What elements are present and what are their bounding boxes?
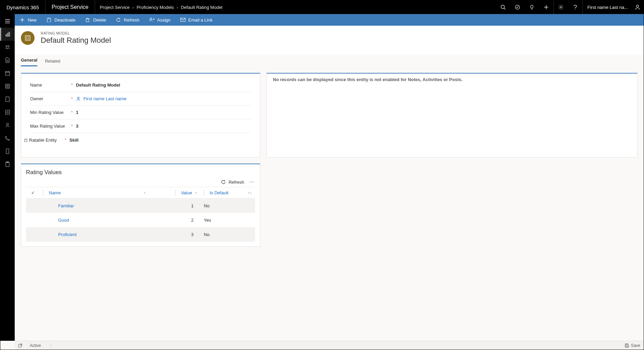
sort-asc-icon: ↑ (194, 191, 197, 195)
svg-point-6 (560, 7, 561, 8)
cmd-new[interactable]: New (15, 17, 41, 23)
cmd-assign[interactable]: Assign (144, 17, 175, 23)
lock-icon (24, 138, 28, 142)
breadcrumb-item-2[interactable]: Default Rating Model (181, 5, 222, 10)
svg-rect-17 (181, 18, 185, 22)
required-indicator: * (71, 110, 76, 115)
svg-point-16 (150, 18, 152, 20)
task-icon[interactable] (510, 0, 525, 14)
rail-item-list[interactable] (0, 80, 15, 93)
tab-general[interactable]: General (21, 57, 37, 66)
help-icon[interactable] (568, 0, 582, 14)
more-commands-icon[interactable]: ⋯ (248, 179, 256, 185)
svg-point-38 (7, 112, 9, 113)
person-icon[interactable] (631, 0, 644, 14)
plus-icon[interactable] (539, 0, 553, 14)
rail-item-settings[interactable] (0, 106, 15, 119)
svg-point-7 (575, 9, 575, 10)
required-indicator: * (71, 96, 76, 101)
cmd-label: Refresh (124, 17, 140, 23)
svg-rect-44 (27, 37, 29, 39)
breadcrumb-item-0[interactable]: Project Service (100, 5, 130, 10)
left-rail (0, 14, 15, 341)
gear-icon[interactable] (554, 0, 568, 14)
product-label[interactable]: Project Service (45, 0, 95, 14)
record-status: Active (30, 343, 41, 348)
rail-item-clipboard[interactable] (0, 158, 15, 171)
cell-name[interactable]: Good (40, 218, 149, 223)
col-label: Is Default (210, 190, 228, 195)
label-ratable-entity: Ratable Entity (29, 138, 65, 143)
subgrid-refresh-button[interactable]: Refresh (221, 180, 244, 185)
svg-rect-43 (25, 36, 30, 40)
search-icon[interactable] (496, 0, 510, 14)
menu-icon[interactable] (0, 15, 15, 28)
general-form-card: Name * Default Rating Model Owner * Firs… (21, 73, 260, 157)
popout-icon[interactable] (18, 343, 22, 348)
cell-isdefault: Yes (200, 218, 255, 223)
svg-line-1 (504, 8, 505, 10)
save-button[interactable]: Save (625, 343, 640, 348)
field-ratable-entity[interactable]: Skill (69, 138, 251, 143)
cell-name[interactable]: Familiar (40, 203, 149, 208)
label-name: Name (30, 82, 71, 88)
person-icon (76, 96, 81, 101)
entity-type-label: RATING MODEL (41, 31, 111, 35)
lightbulb-icon[interactable] (525, 0, 539, 14)
cell-value: 2 (149, 218, 200, 223)
brand[interactable]: Dynamics 365 (0, 0, 45, 14)
refresh-icon (221, 180, 226, 184)
rating-values-card: Rating Values Refresh ⋯ ✓ (21, 164, 260, 247)
plus-icon (19, 17, 25, 23)
required-indicator: * (65, 138, 69, 142)
svg-point-8 (636, 5, 639, 7)
cmd-refresh[interactable]: Refresh (111, 17, 144, 23)
checkmark-icon[interactable]: ✓ (26, 190, 40, 195)
label-owner: Owner (30, 96, 71, 101)
field-max-rating[interactable]: 3 (76, 124, 251, 129)
rail-item-panel[interactable] (0, 145, 15, 158)
required-indicator: * (71, 124, 76, 129)
chevron-right-icon: › (132, 5, 134, 10)
label-min-rating: Min Rating Value (30, 110, 71, 115)
save-label: Save (631, 343, 640, 348)
col-header-isdefault[interactable]: Is Default ↑↓ (200, 190, 255, 196)
svg-rect-50 (626, 346, 628, 347)
table-row[interactable]: Proficient3No (26, 227, 255, 242)
breadcrumb-item-1[interactable]: Proficiency Models (136, 5, 174, 10)
label-max-rating: Max Rating Value (30, 124, 71, 129)
rail-item-calendar[interactable] (0, 67, 15, 80)
svg-rect-28 (5, 72, 10, 75)
table-row[interactable]: Good2Yes (26, 213, 255, 227)
user-name[interactable]: First name Last na... (583, 0, 632, 14)
svg-point-25 (8, 46, 9, 47)
rail-item-resources[interactable] (0, 41, 15, 54)
tab-related[interactable]: Related (45, 59, 60, 66)
cmd-deactivate[interactable]: Deactivate (41, 17, 80, 23)
table-row[interactable]: Familiar1No (26, 198, 255, 213)
svg-rect-23 (9, 32, 10, 36)
rail-item-person[interactable] (0, 119, 15, 132)
col-header-name[interactable]: Name ↑ (40, 190, 149, 196)
rail-item-phone[interactable] (0, 132, 15, 145)
cell-name[interactable]: Proficient (40, 232, 149, 237)
breadcrumb: Project Service › Proficiency Models › D… (95, 0, 223, 14)
entity-badge-icon (21, 31, 35, 45)
rail-item-chart[interactable] (0, 28, 15, 41)
sort-asc-icon: ↑ (144, 191, 146, 195)
cmd-email-link[interactable]: Email a Link (175, 17, 218, 23)
deactivate-icon (46, 17, 52, 23)
rail-item-page[interactable] (0, 93, 15, 106)
cmd-label: Assign (157, 17, 171, 23)
svg-rect-37 (5, 110, 10, 114)
field-name[interactable]: Default Rating Model (76, 82, 251, 88)
field-min-rating[interactable]: 1 (76, 110, 251, 115)
field-owner[interactable]: First name Last name (76, 96, 251, 101)
cell-value: 1 (149, 203, 200, 208)
cell-value: 3 (149, 232, 200, 237)
cmd-delete[interactable]: Delete (80, 17, 111, 23)
sort-icon: ↑↓ (248, 191, 252, 195)
command-bar: New Deactivate Delete Refresh Assign Ema… (15, 14, 644, 26)
rail-item-document[interactable] (0, 54, 15, 67)
col-header-value[interactable]: Value ↑ (149, 190, 200, 196)
